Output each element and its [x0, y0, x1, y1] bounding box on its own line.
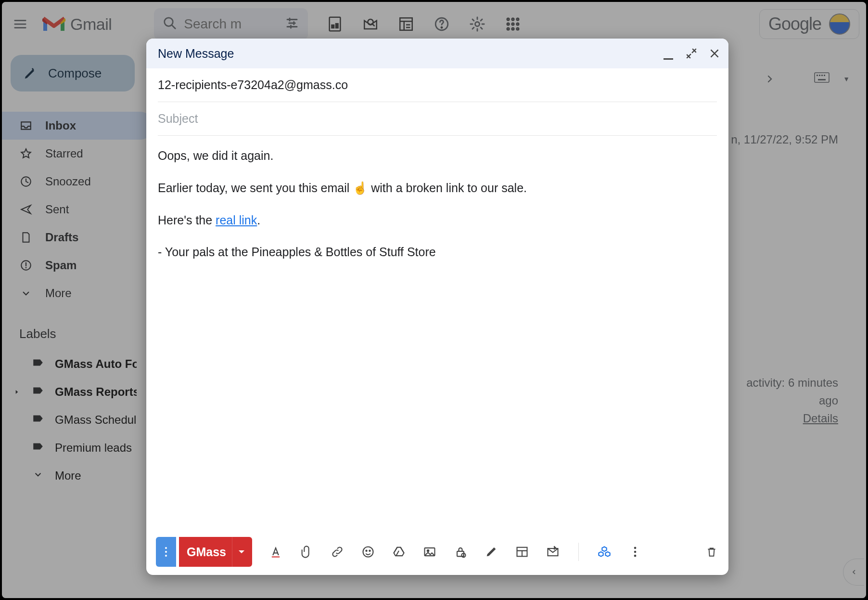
- label-item[interactable]: GMass Scheduled: [2, 406, 154, 434]
- spam-icon: [19, 259, 33, 272]
- labels-list: GMass Auto Followups GMass Reports GMass…: [2, 350, 154, 490]
- svg-point-7: [441, 26, 443, 28]
- sidebar-item-starred[interactable]: Starred: [2, 140, 154, 168]
- svg-point-34: [427, 550, 429, 552]
- compose-button[interactable]: Compose: [11, 55, 135, 91]
- insert-signature-button[interactable]: [484, 545, 498, 559]
- gmass-dropdown[interactable]: [232, 537, 251, 567]
- google-wordmark: Google: [768, 14, 821, 34]
- svg-point-28: [165, 551, 167, 553]
- insert-link-button[interactable]: [330, 545, 345, 559]
- discard-draft-button[interactable]: [704, 545, 719, 559]
- help-icon[interactable]: [432, 14, 451, 34]
- label-item[interactable]: GMass Auto Followups: [2, 350, 154, 378]
- popout-button[interactable]: [685, 47, 698, 60]
- compose-title: New Message: [158, 47, 234, 61]
- subject-input[interactable]: [158, 112, 717, 126]
- avatar[interactable]: [829, 13, 850, 35]
- attach-file-button[interactable]: [299, 545, 314, 559]
- formatting-button[interactable]: [268, 545, 283, 559]
- svg-point-29: [165, 555, 167, 557]
- app-name: Gmail: [69, 15, 112, 34]
- envelope-search-icon[interactable]: [361, 14, 380, 34]
- label-item[interactable]: GMass Reports: [2, 378, 154, 406]
- followup-campaign-button[interactable]: [546, 545, 560, 559]
- labels-more[interactable]: More: [2, 462, 154, 490]
- settings-icon[interactable]: [468, 14, 487, 34]
- star-icon: [19, 147, 33, 160]
- compose-dialog: New Message 12-recipients-e73204a2@gmass…: [146, 39, 728, 575]
- chevron-down-icon: [19, 287, 33, 300]
- sidebar-item-sent[interactable]: Sent: [2, 196, 154, 223]
- svg-point-30: [363, 547, 373, 557]
- search-icon: [163, 16, 177, 32]
- insert-photo-button[interactable]: [422, 545, 437, 559]
- svg-point-8: [475, 22, 480, 26]
- svg-rect-3: [336, 24, 339, 28]
- search-bar[interactable]: [154, 8, 308, 40]
- svg-point-27: [165, 547, 167, 549]
- subject-field[interactable]: [158, 102, 717, 136]
- gmail-logo[interactable]: Gmail: [38, 14, 112, 34]
- compose-body[interactable]: Oops, we did it again. Earlier today, we…: [146, 136, 728, 529]
- gmass-send-button[interactable]: GMass: [179, 537, 252, 567]
- keyboard-icon[interactable]: [814, 72, 830, 86]
- sidebar-item-label: More: [45, 287, 72, 300]
- sidebar-item-label: Sent: [45, 203, 69, 216]
- insert-drive-button[interactable]: [392, 545, 406, 559]
- svg-rect-1: [330, 17, 341, 31]
- search-options-icon[interactable]: [285, 16, 299, 32]
- svg-point-16: [511, 27, 514, 30]
- label-text: More: [55, 469, 81, 483]
- pager-row: ▼: [764, 72, 850, 86]
- details-link[interactable]: Details: [746, 409, 838, 427]
- activity-line-2: ago: [746, 391, 838, 409]
- sidebar-item-spam[interactable]: Spam: [2, 251, 154, 279]
- sidebar-item-label: Inbox: [45, 119, 76, 132]
- expand-icon[interactable]: [13, 389, 21, 395]
- label-item[interactable]: Premium leads: [2, 434, 154, 462]
- dropdown-arrow-icon[interactable]: ▼: [843, 75, 850, 83]
- svg-rect-23: [819, 75, 820, 76]
- label-tag-icon: [32, 384, 44, 400]
- svg-rect-26: [818, 79, 826, 80]
- sheet-icon[interactable]: [325, 14, 345, 34]
- label-text: GMass Auto Followups: [55, 357, 137, 371]
- svg-point-15: [507, 27, 510, 30]
- compose-label: Compose: [48, 66, 102, 81]
- dashboard-icon[interactable]: [396, 14, 416, 34]
- insert-emoji-button[interactable]: [361, 545, 375, 559]
- compose-toolbar: GMass: [146, 529, 728, 575]
- sidebar-item-label: Drafts: [45, 231, 78, 244]
- svg-point-41: [634, 555, 637, 557]
- sidebar-item-snoozed[interactable]: Snoozed: [2, 168, 154, 196]
- svg-point-31: [366, 550, 367, 551]
- real-link[interactable]: real link: [216, 213, 257, 227]
- google-account-chip[interactable]: Google: [759, 9, 859, 39]
- sidebar-item-label: Spam: [45, 259, 77, 272]
- more-options-button[interactable]: [628, 545, 642, 559]
- body-paragraph: Here's the real link.: [158, 211, 717, 230]
- send-more-button[interactable]: [156, 537, 176, 567]
- sidebar-item-more[interactable]: More: [2, 279, 154, 307]
- svg-point-39: [634, 547, 637, 549]
- svg-point-9: [507, 18, 510, 21]
- sidebar-item-label: Snoozed: [45, 175, 91, 188]
- sidebar-item-drafts[interactable]: Drafts: [2, 223, 154, 251]
- gmass-label: GMass: [187, 545, 232, 559]
- search-input[interactable]: [184, 16, 242, 32]
- templates-button[interactable]: [515, 545, 529, 559]
- compose-header[interactable]: New Message: [146, 39, 728, 68]
- main-menu-button[interactable]: [6, 10, 35, 39]
- close-button[interactable]: [708, 47, 721, 60]
- confidential-mode-button[interactable]: [453, 545, 468, 559]
- body-paragraph: Oops, we did it again.: [158, 146, 717, 165]
- apps-grid-icon[interactable]: [503, 14, 523, 34]
- recipients-field[interactable]: 12-recipients-e73204a2@gmass.co: [158, 68, 717, 102]
- file-icon: [19, 231, 33, 244]
- minimize-button[interactable]: [662, 47, 675, 60]
- label-text: GMass Scheduled: [55, 413, 137, 427]
- building-blocks-button[interactable]: [597, 545, 612, 559]
- sidebar-item-inbox[interactable]: Inbox: [2, 112, 154, 140]
- chevron-right-icon[interactable]: [764, 73, 776, 85]
